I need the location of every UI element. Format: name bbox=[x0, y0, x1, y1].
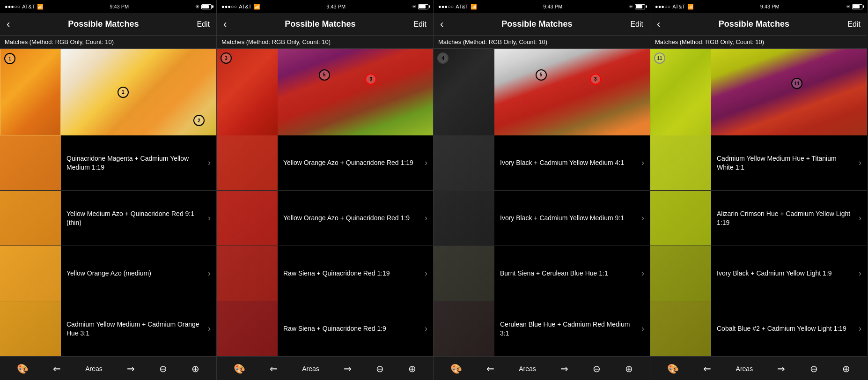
color-row-1-2[interactable]: Yellow Orange Azo (medium) › bbox=[0, 246, 216, 301]
color-row-3-3[interactable]: Cerulean Blue Hue + Cadmium Red Medium 3… bbox=[434, 301, 650, 357]
matches-header-1: Matches (Method: RGB Only, Count: 10) bbox=[0, 36, 216, 49]
preview-left-1: 1 bbox=[0, 49, 61, 135]
preview-right-3: 5 3 bbox=[494, 49, 650, 135]
time-1: 9:43 PM bbox=[110, 4, 129, 9]
color-label-2-2: Raw Siena + Quinacridone Red 1:19 bbox=[278, 269, 425, 277]
signal-dots-4: ●●●○○ bbox=[655, 4, 670, 9]
color-row-2-2[interactable]: Raw Siena + Quinacridone Red 1:19 › bbox=[217, 246, 433, 301]
color-list-2: Yellow Orange Azo + Quinacridone Red 1:1… bbox=[217, 135, 433, 357]
badge-4-circle: 11 bbox=[791, 78, 802, 89]
matches-header-2: Matches (Method: RGB Only, Count: 10) bbox=[217, 36, 433, 49]
color-row-2-3[interactable]: Raw Siena + Quinacridone Red 1:9 › bbox=[217, 301, 433, 357]
color-swatch-2-3 bbox=[217, 301, 278, 356]
badge-1-1: 1 bbox=[4, 53, 15, 64]
color-row-1-1[interactable]: Yellow Medium Azo + Quinacridone Red 9:1… bbox=[0, 191, 216, 246]
phone-screen-2: ●●●○○ AT&T 📶 9:43 PM ✳ ‹ Possible Matche… bbox=[217, 0, 434, 380]
color-swatch-3-2 bbox=[434, 246, 494, 301]
minus-button-2[interactable]: ⊖ bbox=[376, 363, 384, 374]
areas-label-4: Areas bbox=[736, 365, 753, 373]
edit-button-4[interactable]: Edit bbox=[847, 20, 861, 29]
edit-button-1[interactable]: Edit bbox=[197, 20, 210, 29]
chevron-4-0: › bbox=[859, 158, 867, 168]
color-label-4-0: Cadmium Yellow Medium Hue + Titanium Whi… bbox=[711, 154, 859, 171]
phone-screen-4: ●●●○○ AT&T 📶 9:43 PM ✳ ‹ Possible Matche… bbox=[650, 0, 867, 380]
back-button-4[interactable]: ‹ bbox=[657, 18, 660, 30]
chevron-4-2: › bbox=[859, 268, 867, 278]
edit-button-3[interactable]: Edit bbox=[630, 20, 643, 29]
plus-button-3[interactable]: ⊕ bbox=[625, 363, 633, 374]
preview-left-3: 4 bbox=[434, 49, 494, 135]
signal-dots-2: ●●●○○ bbox=[221, 4, 237, 9]
color-label-1-2: Yellow Orange Azo (medium) bbox=[61, 269, 208, 277]
color-swatch-4-3 bbox=[650, 301, 711, 356]
chevron-1-0: › bbox=[208, 158, 216, 168]
phone-screen-3: ●●●○○ AT&T 📶 9:43 PM ✳ ‹ Possible Matche… bbox=[434, 0, 650, 380]
areas-label-1: Areas bbox=[85, 365, 103, 373]
color-row-4-0[interactable]: Cadmium Yellow Medium Hue + Titanium Whi… bbox=[650, 135, 867, 191]
chevron-3-0: › bbox=[641, 158, 650, 168]
minus-button-1[interactable]: ⊖ bbox=[159, 363, 167, 374]
palette-icon-3[interactable]: 🎨 bbox=[450, 363, 462, 374]
arrow-right-1[interactable]: ⇒ bbox=[127, 363, 135, 374]
color-row-2-0[interactable]: Yellow Orange Azo + Quinacridone Red 1:1… bbox=[217, 135, 433, 191]
color-row-2-1[interactable]: Yellow Orange Azo + Quinacridone Red 1:9… bbox=[217, 191, 433, 246]
chevron-3-1: › bbox=[641, 213, 650, 223]
status-left-2: ●●●○○ AT&T 📶 bbox=[221, 4, 260, 10]
nav-title-4: Possible Matches bbox=[719, 19, 789, 29]
color-label-1-0: Quinacridone Magenta + Cadmium Yellow Me… bbox=[61, 154, 208, 171]
image-preview-1: 1 1 2 bbox=[0, 49, 216, 135]
arrow-left-2[interactable]: ⇐ bbox=[270, 363, 278, 374]
color-swatch-2-2 bbox=[217, 246, 278, 301]
signal-dots-3: ●●●○○ bbox=[438, 4, 454, 9]
color-list-3: Ivory Black + Cadmium Yellow Medium 4:1 … bbox=[434, 135, 650, 357]
back-button-2[interactable]: ‹ bbox=[223, 18, 227, 30]
wifi-1: 📶 bbox=[37, 4, 44, 10]
arrow-right-4[interactable]: ⇒ bbox=[777, 363, 785, 374]
arrow-left-3[interactable]: ⇐ bbox=[486, 363, 494, 374]
minus-button-3[interactable]: ⊖ bbox=[593, 363, 601, 374]
matches-header-4: Matches (Method: RGB Only, Count: 10) bbox=[650, 36, 867, 49]
status-right-2: ✳ bbox=[412, 4, 428, 10]
color-row-3-1[interactable]: Ivory Black + Cadmium Yellow Medium 9:1 … bbox=[434, 191, 650, 246]
wifi-3: 📶 bbox=[471, 4, 477, 10]
status-left-3: ●●●○○ AT&T 📶 bbox=[438, 4, 477, 10]
battery-4 bbox=[852, 4, 862, 9]
preview-right-2: 5 3 bbox=[278, 49, 433, 135]
arrow-right-3[interactable]: ⇒ bbox=[560, 363, 568, 374]
image-preview-4: 11 11 bbox=[650, 49, 867, 135]
color-row-4-1[interactable]: Alizarin Crimson Hue + Cadmium Yellow Li… bbox=[650, 191, 867, 246]
nav-title-1: Possible Matches bbox=[68, 19, 139, 29]
badge-2-1: 3 bbox=[221, 52, 232, 64]
battery-3 bbox=[635, 4, 645, 9]
areas-label-2: Areas bbox=[302, 365, 319, 373]
palette-icon-1[interactable]: 🎨 bbox=[17, 363, 29, 374]
badge-4-1: 11 bbox=[654, 52, 665, 64]
palette-icon-4[interactable]: 🎨 bbox=[667, 363, 679, 374]
edit-button-2[interactable]: Edit bbox=[413, 20, 427, 29]
preview-right-4: 11 bbox=[711, 49, 867, 135]
color-row-3-0[interactable]: Ivory Black + Cadmium Yellow Medium 4:1 … bbox=[434, 135, 650, 191]
status-left-4: ●●●○○ AT&T 📶 bbox=[655, 4, 694, 10]
palette-icon-2[interactable]: 🎨 bbox=[234, 363, 245, 374]
color-swatch-1-2 bbox=[0, 246, 61, 301]
color-row-4-3[interactable]: Cobalt Blue #2 + Cadmium Yellow Light 1:… bbox=[650, 301, 867, 357]
chevron-1-1: › bbox=[208, 213, 216, 223]
color-row-1-3[interactable]: Cadmium Yellow Medium + Cadmium Orange H… bbox=[0, 301, 216, 357]
matches-header-3: Matches (Method: RGB Only, Count: 10) bbox=[434, 36, 650, 49]
color-row-4-2[interactable]: Ivory Black + Cadmium Yellow Light 1:9 › bbox=[650, 246, 867, 301]
arrow-right-2[interactable]: ⇒ bbox=[344, 363, 352, 374]
arrow-left-4[interactable]: ⇐ bbox=[703, 363, 711, 374]
plus-button-4[interactable]: ⊕ bbox=[842, 363, 850, 374]
color-row-3-2[interactable]: Burnt Siena + Cerulean Blue Hue 1:1 › bbox=[434, 246, 650, 301]
plus-button-2[interactable]: ⊕ bbox=[408, 363, 416, 374]
plus-button-1[interactable]: ⊕ bbox=[191, 363, 199, 374]
arrow-left-1[interactable]: ⇐ bbox=[53, 363, 61, 374]
minus-button-4[interactable]: ⊖ bbox=[810, 363, 818, 374]
color-label-3-1: Ivory Black + Cadmium Yellow Medium 9:1 bbox=[494, 214, 641, 222]
back-button-1[interactable]: ‹ bbox=[7, 18, 10, 30]
color-label-3-2: Burnt Siena + Cerulean Blue Hue 1:1 bbox=[494, 269, 641, 277]
back-button-3[interactable]: ‹ bbox=[440, 18, 443, 30]
color-swatch-3-3 bbox=[434, 301, 494, 356]
color-row-1-0[interactable]: Quinacridone Magenta + Cadmium Yellow Me… bbox=[0, 135, 216, 191]
phone-screen-1: ●●●○○ AT&T 📶 9:43 PM ✳ ‹ Possible Matche… bbox=[0, 0, 217, 380]
